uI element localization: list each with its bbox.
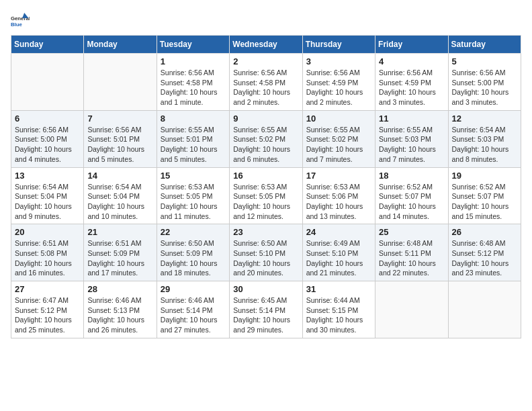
calendar-cell: 16Sunrise: 6:53 AM Sunset: 5:05 PM Dayli… (230, 167, 302, 224)
calendar-cell (84, 54, 157, 111)
day-info: Sunrise: 6:56 AM Sunset: 4:58 PM Dayligh… (233, 68, 298, 107)
column-header-saturday: Saturday (448, 36, 521, 54)
day-number: 6 (15, 113, 80, 124)
day-number: 31 (306, 284, 371, 294)
day-number: 1 (161, 56, 226, 66)
day-info: Sunrise: 6:52 AM Sunset: 5:07 PM Dayligh… (379, 182, 444, 222)
calendar-cell: 24Sunrise: 6:49 AM Sunset: 5:10 PM Dayli… (302, 224, 375, 281)
day-number: 2 (233, 56, 298, 66)
calendar-week-row: 27Sunrise: 6:47 AM Sunset: 5:12 PM Dayli… (11, 281, 521, 338)
calendar-cell (448, 281, 521, 338)
calendar-cell: 7Sunrise: 6:56 AM Sunset: 5:01 PM Daylig… (84, 110, 157, 167)
day-info: Sunrise: 6:56 AM Sunset: 4:59 PM Dayligh… (306, 68, 371, 107)
calendar-cell: 18Sunrise: 6:52 AM Sunset: 5:07 PM Dayli… (375, 167, 448, 224)
day-info: Sunrise: 6:55 AM Sunset: 5:03 PM Dayligh… (379, 125, 444, 165)
calendar-cell: 27Sunrise: 6:47 AM Sunset: 5:12 PM Dayli… (11, 281, 84, 338)
day-number: 21 (87, 227, 152, 237)
day-number: 15 (161, 171, 226, 181)
svg-text:Blue: Blue (11, 21, 23, 28)
calendar-cell: 14Sunrise: 6:54 AM Sunset: 5:04 PM Dayli… (84, 167, 157, 224)
column-header-tuesday: Tuesday (157, 36, 229, 54)
day-info: Sunrise: 6:46 AM Sunset: 5:14 PM Dayligh… (161, 295, 226, 335)
day-info: Sunrise: 6:56 AM Sunset: 4:58 PM Dayligh… (161, 68, 226, 107)
calendar-week-row: 6Sunrise: 6:56 AM Sunset: 5:00 PM Daylig… (11, 110, 521, 167)
calendar-week-row: 1Sunrise: 6:56 AM Sunset: 4:58 PM Daylig… (11, 54, 521, 111)
calendar-cell: 23Sunrise: 6:50 AM Sunset: 5:10 PM Dayli… (230, 224, 302, 281)
calendar-cell: 4Sunrise: 6:56 AM Sunset: 4:59 PM Daylig… (375, 54, 448, 111)
day-number: 28 (87, 284, 152, 294)
calendar-cell: 22Sunrise: 6:50 AM Sunset: 5:09 PM Dayli… (157, 224, 229, 281)
day-number: 20 (15, 227, 80, 237)
day-info: Sunrise: 6:52 AM Sunset: 5:07 PM Dayligh… (452, 182, 517, 222)
column-header-wednesday: Wednesday (230, 36, 302, 54)
day-number: 24 (306, 227, 371, 237)
day-info: Sunrise: 6:53 AM Sunset: 5:05 PM Dayligh… (233, 182, 298, 222)
day-number: 25 (379, 227, 444, 237)
day-number: 10 (306, 113, 371, 124)
calendar-cell (375, 281, 448, 338)
day-info: Sunrise: 6:54 AM Sunset: 5:04 PM Dayligh… (15, 182, 80, 222)
day-number: 9 (233, 113, 298, 124)
day-info: Sunrise: 6:56 AM Sunset: 5:01 PM Dayligh… (87, 125, 152, 165)
day-number: 19 (452, 171, 517, 181)
calendar-table: SundayMondayTuesdayWednesdayThursdayFrid… (11, 35, 521, 338)
day-number: 30 (233, 284, 298, 294)
calendar-cell: 19Sunrise: 6:52 AM Sunset: 5:07 PM Dayli… (448, 167, 521, 224)
calendar-cell: 15Sunrise: 6:53 AM Sunset: 5:05 PM Dayli… (157, 167, 229, 224)
day-number: 18 (379, 171, 444, 181)
logo-icon: General Blue (11, 11, 30, 30)
day-number: 16 (233, 171, 298, 181)
calendar-cell: 12Sunrise: 6:54 AM Sunset: 5:03 PM Dayli… (448, 110, 521, 167)
calendar-cell: 21Sunrise: 6:51 AM Sunset: 5:09 PM Dayli… (84, 224, 157, 281)
calendar-cell: 17Sunrise: 6:53 AM Sunset: 5:06 PM Dayli… (302, 167, 375, 224)
day-number: 7 (87, 113, 152, 124)
day-info: Sunrise: 6:45 AM Sunset: 5:14 PM Dayligh… (233, 295, 298, 335)
calendar-cell: 29Sunrise: 6:46 AM Sunset: 5:14 PM Dayli… (157, 281, 229, 338)
calendar-cell: 25Sunrise: 6:48 AM Sunset: 5:11 PM Dayli… (375, 224, 448, 281)
calendar-cell: 20Sunrise: 6:51 AM Sunset: 5:08 PM Dayli… (11, 224, 84, 281)
day-info: Sunrise: 6:44 AM Sunset: 5:15 PM Dayligh… (306, 295, 371, 335)
calendar-cell: 13Sunrise: 6:54 AM Sunset: 5:04 PM Dayli… (11, 167, 84, 224)
day-info: Sunrise: 6:50 AM Sunset: 5:09 PM Dayligh… (161, 238, 226, 278)
day-info: Sunrise: 6:54 AM Sunset: 5:04 PM Dayligh… (87, 182, 152, 222)
day-info: Sunrise: 6:46 AM Sunset: 5:13 PM Dayligh… (87, 295, 152, 335)
calendar-cell: 6Sunrise: 6:56 AM Sunset: 5:00 PM Daylig… (11, 110, 84, 167)
day-number: 17 (306, 171, 371, 181)
day-info: Sunrise: 6:50 AM Sunset: 5:10 PM Dayligh… (233, 238, 298, 278)
column-header-friday: Friday (375, 36, 448, 54)
day-number: 14 (87, 171, 152, 181)
column-header-thursday: Thursday (302, 36, 375, 54)
calendar-cell: 1Sunrise: 6:56 AM Sunset: 4:58 PM Daylig… (157, 54, 229, 111)
calendar-cell: 26Sunrise: 6:48 AM Sunset: 5:12 PM Dayli… (448, 224, 521, 281)
day-info: Sunrise: 6:56 AM Sunset: 4:59 PM Dayligh… (379, 68, 444, 107)
day-info: Sunrise: 6:51 AM Sunset: 5:09 PM Dayligh… (87, 238, 152, 278)
calendar-cell: 2Sunrise: 6:56 AM Sunset: 4:58 PM Daylig… (230, 54, 302, 111)
day-number: 22 (161, 227, 226, 237)
day-info: Sunrise: 6:54 AM Sunset: 5:03 PM Dayligh… (452, 125, 517, 165)
day-info: Sunrise: 6:55 AM Sunset: 5:02 PM Dayligh… (306, 125, 371, 165)
day-number: 4 (379, 56, 444, 66)
day-number: 3 (306, 56, 371, 66)
day-info: Sunrise: 6:48 AM Sunset: 5:11 PM Dayligh… (379, 238, 444, 278)
calendar-cell (11, 54, 84, 111)
calendar-cell: 3Sunrise: 6:56 AM Sunset: 4:59 PM Daylig… (302, 54, 375, 111)
day-number: 5 (452, 56, 517, 66)
day-number: 29 (161, 284, 226, 294)
day-info: Sunrise: 6:49 AM Sunset: 5:10 PM Dayligh… (306, 238, 371, 278)
calendar-header-row: SundayMondayTuesdayWednesdayThursdayFrid… (11, 36, 521, 54)
day-number: 8 (161, 113, 226, 124)
day-info: Sunrise: 6:56 AM Sunset: 5:00 PM Dayligh… (452, 68, 517, 107)
calendar-cell: 8Sunrise: 6:55 AM Sunset: 5:01 PM Daylig… (157, 110, 229, 167)
calendar-week-row: 20Sunrise: 6:51 AM Sunset: 5:08 PM Dayli… (11, 224, 521, 281)
day-info: Sunrise: 6:47 AM Sunset: 5:12 PM Dayligh… (15, 295, 80, 335)
day-info: Sunrise: 6:55 AM Sunset: 5:01 PM Dayligh… (161, 125, 226, 165)
calendar-cell: 11Sunrise: 6:55 AM Sunset: 5:03 PM Dayli… (375, 110, 448, 167)
column-header-sunday: Sunday (11, 36, 84, 54)
day-info: Sunrise: 6:55 AM Sunset: 5:02 PM Dayligh… (233, 125, 298, 165)
day-number: 11 (379, 113, 444, 124)
day-number: 26 (452, 227, 517, 237)
calendar-week-row: 13Sunrise: 6:54 AM Sunset: 5:04 PM Dayli… (11, 167, 521, 224)
day-info: Sunrise: 6:51 AM Sunset: 5:08 PM Dayligh… (15, 238, 80, 278)
day-number: 27 (15, 284, 80, 294)
day-number: 13 (15, 171, 80, 181)
